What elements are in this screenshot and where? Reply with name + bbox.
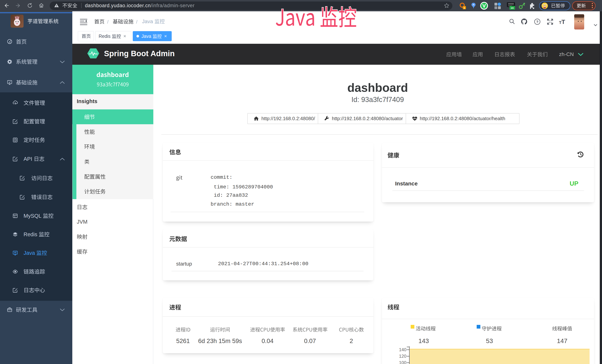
svg-text:1: 1 xyxy=(464,7,465,9)
svg-text:on: on xyxy=(511,7,514,9)
svg-text:?: ? xyxy=(536,20,538,24)
